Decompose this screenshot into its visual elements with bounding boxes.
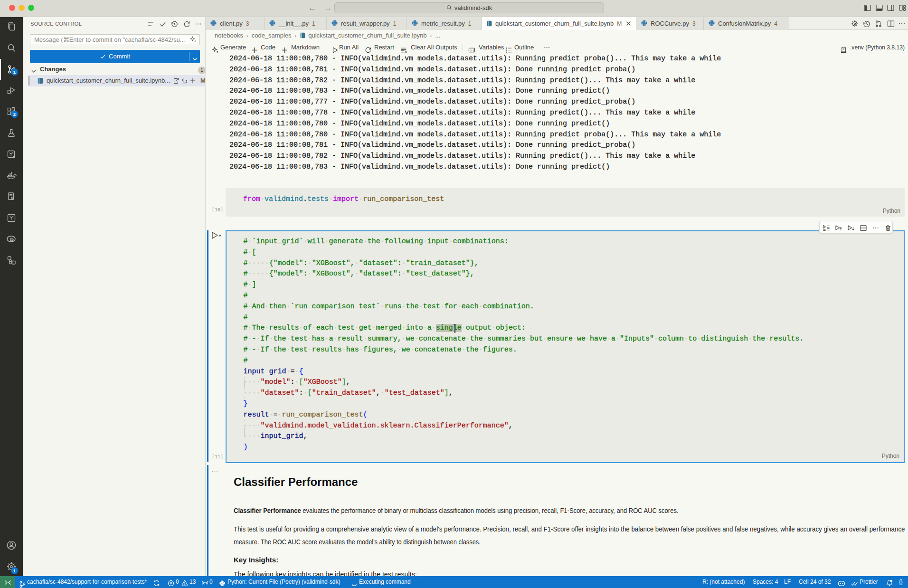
- svg-text:(x): (x): [469, 49, 474, 52]
- svg-text:R: R: [10, 237, 15, 244]
